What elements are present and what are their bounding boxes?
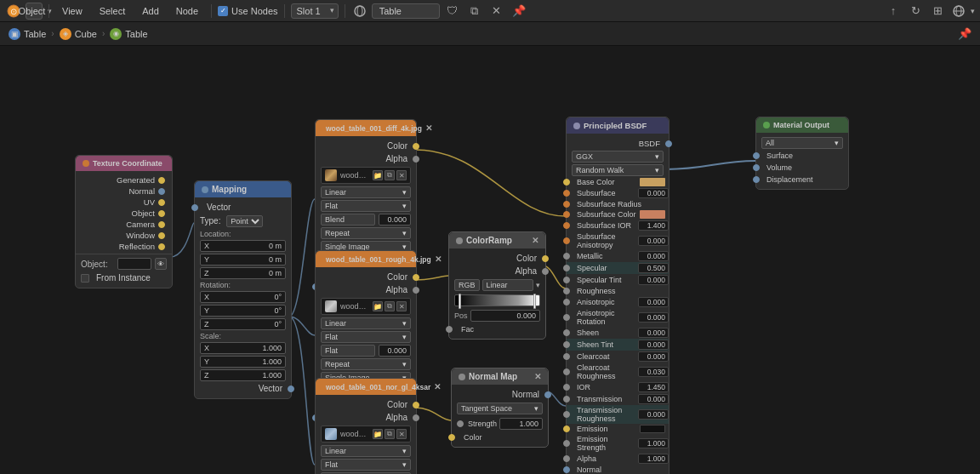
tex-nor-folder-btn[interactable]: 📁 — [373, 429, 383, 439]
header-pin-icon[interactable]: 📌 — [958, 27, 971, 40]
bsdf-emission-strength-socket[interactable] — [563, 440, 570, 447]
bsdf-specular-value[interactable]: 0.500 — [638, 263, 669, 273]
bsdf-clearcoat-socket[interactable] — [563, 353, 570, 360]
bsdf-sheen-value[interactable]: 0.000 — [638, 328, 669, 338]
bsdf-emission-socket[interactable] — [563, 425, 570, 432]
tc-eye-btn[interactable]: 👁 — [155, 258, 167, 270]
bsdf-sheen-tint-value[interactable]: 0.000 — [638, 340, 669, 350]
bsdf-clearcoat-rough-socket[interactable] — [563, 368, 570, 375]
tex-rough-flat-select[interactable]: Flat▾ — [321, 331, 411, 343]
normal-map-ts-select[interactable]: Tangent Space▾ — [457, 403, 543, 414]
mapping-type-select[interactable]: Point — [226, 215, 263, 227]
breadcrumb-table[interactable]: ▣ Table — [9, 28, 46, 40]
tex-diff-alpha-socket[interactable] — [413, 156, 419, 163]
tex-diff-copy-btn[interactable]: ⧉ — [385, 170, 395, 180]
material-output-header[interactable]: Material Output — [756, 117, 848, 133]
globe-icon[interactable] — [950, 3, 967, 20]
breadcrumb-material[interactable]: ◉ Table — [110, 28, 147, 40]
tc-from-instance-row[interactable]: From Instance — [76, 271, 172, 284]
tex-rough-copy-btn[interactable]: ⧉ — [385, 301, 395, 311]
tex-diff-folder-btn[interactable]: 📁 — [373, 170, 383, 180]
tex-nor-copy-btn[interactable]: ⧉ — [385, 429, 395, 439]
bsdf-normal-socket[interactable] — [563, 466, 570, 473]
tex-rough-linear-select[interactable]: Linear▾ — [321, 317, 411, 329]
normal-map-strength-value[interactable]: 1.000 — [499, 418, 543, 430]
tc-reflection-socket[interactable] — [158, 243, 165, 250]
bsdf-ior-socket[interactable] — [563, 384, 570, 391]
tex-nor-linear-select[interactable]: Linear▾ — [321, 445, 411, 457]
colorramp-band[interactable] — [454, 294, 540, 306]
bsdf-alpha-value[interactable]: 1.000 — [638, 454, 669, 464]
bsdf-anisotropic-value[interactable]: 0.000 — [638, 297, 669, 307]
colorramp-fac-in-socket[interactable] — [446, 326, 453, 333]
pin-active-icon[interactable]: 📌 — [510, 2, 528, 20]
tc-normal-socket[interactable] — [158, 188, 165, 195]
material-output-surface-socket[interactable] — [753, 152, 760, 159]
tex-rough-close[interactable]: ✕ — [435, 254, 442, 264]
bsdf-spec-tint-socket[interactable] — [563, 277, 570, 283]
bsdf-subsurf-ior-value[interactable]: 1.400 — [638, 220, 669, 231]
bsdf-metallic-socket[interactable] — [563, 253, 570, 260]
bsdf-aniso-rot-socket[interactable] — [563, 314, 570, 321]
copy-icon[interactable]: ⧉ — [465, 2, 484, 20]
colorramp-rgb-btn[interactable]: RGB — [454, 279, 480, 291]
mapping-rot-x[interactable]: X0° — [200, 291, 286, 303]
mapping-rot-z[interactable]: Z0° — [200, 318, 286, 330]
tex-rough-repeat-select[interactable]: Repeat▾ — [321, 358, 411, 370]
menu-view[interactable]: View — [55, 4, 89, 18]
tex-nor-flat-select[interactable]: Flat▾ — [321, 459, 411, 471]
mapping-vector-in-socket[interactable] — [191, 204, 198, 211]
mapping-vector-out-socket[interactable] — [288, 385, 294, 392]
normal-map-color-in-socket[interactable] — [448, 434, 455, 441]
bsdf-out-socket[interactable] — [665, 140, 672, 147]
bsdf-transmission-value[interactable]: 0.000 — [638, 394, 669, 404]
mapping-loc-z[interactable]: Z0 m — [200, 267, 286, 279]
bsdf-emission-swatch[interactable] — [640, 425, 665, 433]
tex-nor-color-socket[interactable] — [413, 402, 419, 408]
tex-rough-alpha-socket[interactable] — [413, 287, 419, 294]
tex-rough-color-socket[interactable] — [413, 274, 419, 281]
material-name-field[interactable]: Table — [372, 3, 440, 19]
use-nodes-checkbox[interactable]: ✓ — [218, 6, 228, 16]
tex-diff-repeat-select[interactable]: Repeat▾ — [321, 227, 411, 239]
tex-nor-alpha-socket[interactable] — [413, 414, 419, 421]
menu-add[interactable]: Add — [135, 4, 166, 18]
normal-map-normal-out-socket[interactable] — [544, 391, 551, 398]
bsdf-anisotropic-socket[interactable] — [563, 299, 570, 306]
bsdf-emission-strength-value[interactable]: 1.000 — [638, 438, 669, 448]
bsdf-specular-socket[interactable] — [563, 265, 570, 271]
bsdf-subsurface-socket[interactable] — [563, 190, 570, 197]
mapping-sc-x[interactable]: X1.000 — [200, 342, 286, 354]
colorramp-color-out-socket[interactable] — [542, 255, 549, 262]
tex-diff-blend-value[interactable]: 0.000 — [379, 214, 411, 226]
shield-icon[interactable]: 🛡 — [443, 2, 462, 20]
tc-camera-socket[interactable] — [158, 221, 165, 228]
colorramp-linear-btn[interactable]: Linear — [482, 279, 533, 291]
colorramp-header[interactable]: ColorRamp ✕ — [449, 232, 545, 248]
colorramp-pos-value[interactable]: 0.000 — [470, 310, 540, 322]
tc-from-instance-checkbox[interactable] — [81, 274, 89, 283]
bsdf-base-color-socket[interactable] — [563, 179, 570, 186]
bsdf-subsurf-color-socket[interactable] — [563, 211, 570, 218]
menu-select[interactable]: Select — [93, 4, 133, 18]
breadcrumb-cube[interactable]: ◈ Cube — [60, 28, 97, 40]
colorramp-close[interactable]: ✕ — [532, 236, 538, 245]
tex-diff-linear-select[interactable]: Linear▾ — [321, 186, 411, 198]
colorramp-left-stop[interactable] — [459, 294, 461, 309]
tex-rough-blend-value[interactable]: 0.000 — [379, 345, 411, 357]
normal-map-close[interactable]: ✕ — [534, 372, 541, 381]
tex-diff-flat-select[interactable]: Flat▾ — [321, 200, 411, 212]
colorramp-expand-btn[interactable]: ▾ — [536, 281, 540, 289]
bsdf-header[interactable]: Principled BSDF — [567, 117, 669, 134]
slot-dropdown[interactable]: Slot 1 ▾ — [291, 3, 339, 19]
menu-node[interactable]: Node — [169, 4, 205, 18]
mapping-loc-x[interactable]: X0 m — [200, 240, 286, 252]
colorramp-alpha-out-socket[interactable] — [542, 268, 549, 275]
bsdf-subsurf-radius-socket[interactable] — [563, 201, 570, 208]
bsdf-base-color-swatch[interactable] — [640, 178, 665, 186]
bsdf-clearcoat-value[interactable]: 0.000 — [638, 351, 669, 362]
tex-nor-close[interactable]: ✕ — [434, 382, 441, 391]
object-mode-icon[interactable]: Object ▾ — [26, 3, 43, 20]
bsdf-metallic-value[interactable]: 0.000 — [638, 251, 669, 261]
bsdf-subsurf-ior-socket[interactable] — [563, 222, 570, 229]
